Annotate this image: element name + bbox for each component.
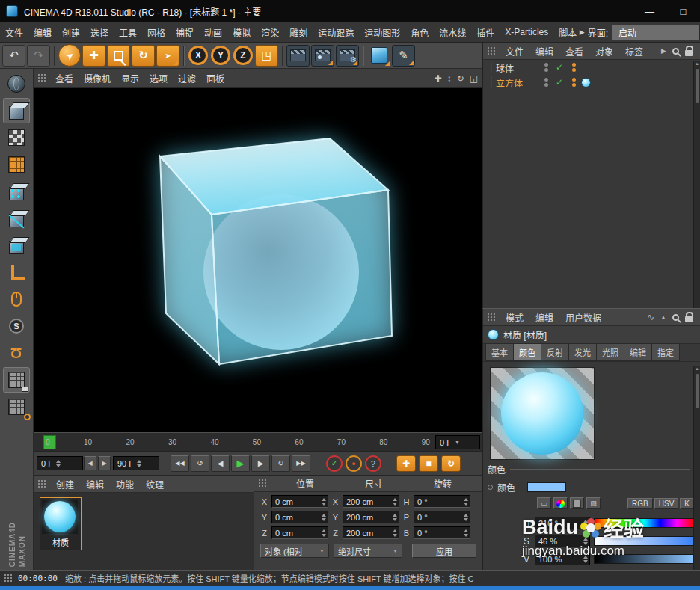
size-z-field[interactable]: 200 cm	[343, 526, 399, 539]
history-icon[interactable]: ∿	[647, 312, 654, 322]
menu-item[interactable]: 角色	[405, 26, 434, 39]
loop-button[interactable]: ↻	[271, 455, 290, 472]
menu-item[interactable]: 运动图形	[359, 26, 405, 39]
stepper-icon[interactable]	[322, 529, 326, 537]
tab-luminance[interactable]: 发光	[568, 343, 596, 361]
menu-item[interactable]: 运动跟踪	[313, 26, 359, 39]
keyframe-selection-button[interactable]: ?	[365, 455, 381, 472]
enabled-check-icon[interactable]: ✓	[553, 77, 566, 87]
menu-item[interactable]: 选择	[85, 26, 114, 39]
y-axis-lock-button[interactable]: Y	[211, 46, 230, 65]
pos-z-field[interactable]: 0 cm	[271, 526, 328, 539]
material-tag-icon[interactable]	[581, 78, 591, 87]
object-name[interactable]: 立方体	[496, 76, 539, 89]
last-tool-button[interactable]: ➤	[156, 45, 179, 67]
hue-field[interactable]: 210 °	[535, 517, 590, 529]
next-frame-button[interactable]: ▶	[251, 455, 270, 472]
stepper-icon[interactable]	[583, 538, 588, 545]
orbit-view-icon[interactable]: ↻	[457, 74, 464, 83]
current-frame-field[interactable]: 0 F ▼	[435, 435, 480, 449]
soft-selection-button[interactable]: S	[3, 313, 30, 339]
z-axis-lock-button[interactable]: Z	[233, 46, 253, 65]
object-menu-item[interactable]: 编辑	[529, 45, 559, 58]
tab-reflectance[interactable]: 反射	[541, 343, 568, 361]
menu-item[interactable]: 创建	[57, 26, 85, 39]
image-icon[interactable]: ▨	[586, 497, 601, 509]
viewport-menu-item[interactable]: 显示	[116, 72, 144, 84]
apply-button[interactable]: 应用	[412, 544, 476, 558]
rotate-tool-button[interactable]: ↻	[132, 45, 155, 67]
material-menu-item[interactable]: 编辑	[80, 478, 110, 491]
material-menu-item[interactable]: 纹理	[140, 478, 170, 491]
statusbar-grip[interactable]	[4, 574, 13, 583]
x-axis-lock-button[interactable]: X	[188, 46, 208, 65]
menu-item[interactable]: 雕刻	[284, 26, 313, 39]
menu-item[interactable]: 捕捉	[171, 26, 199, 39]
viewport-menu-item[interactable]: 查看	[50, 72, 79, 84]
title-bar[interactable]: CINEMA 4D R18.011 Studio (RC - R18) - [未…	[0, 0, 700, 22]
coordinate-system-button[interactable]: ◳	[255, 45, 278, 67]
add-primitive-button[interactable]	[367, 45, 390, 67]
stepper-icon[interactable]	[322, 498, 326, 506]
scroll-thumb[interactable]	[696, 69, 699, 103]
stepper-icon[interactable]	[464, 514, 468, 521]
rgb-mode-button[interactable]: RGB	[627, 498, 653, 509]
visibility-dots[interactable]	[539, 63, 553, 72]
menu-overflow-icon[interactable]: ▶	[661, 47, 666, 55]
live-selection-button[interactable]: ➤	[58, 44, 81, 67]
search-icon[interactable]	[672, 314, 679, 321]
hue-slider[interactable]	[594, 518, 694, 528]
object-manager-scrollbar[interactable]: ▲	[693, 61, 700, 308]
prev-frame-button[interactable]: ◀	[211, 455, 230, 472]
material-name[interactable]: 材质	[42, 534, 79, 548]
rot-h-field[interactable]: 0 °	[414, 495, 470, 508]
range-next-button[interactable]: ▶	[98, 456, 111, 470]
render-view-button[interactable]	[286, 45, 310, 67]
goto-end-button[interactable]: ▶▶	[292, 455, 310, 472]
stepper-icon[interactable]	[393, 514, 397, 521]
polygon-mode-button[interactable]	[3, 233, 30, 258]
menu-item[interactable]: 工具	[114, 26, 142, 39]
pos-y-field[interactable]: 0 cm	[271, 511, 328, 523]
stepper-icon[interactable]	[464, 498, 468, 506]
stepper-icon[interactable]	[393, 529, 397, 537]
spline-pen-button[interactable]: ✎	[392, 45, 415, 67]
keyframe-dot-icon[interactable]	[488, 485, 493, 490]
stepper-icon[interactable]	[56, 460, 61, 467]
toggle-view-icon[interactable]: ◱	[470, 74, 478, 83]
color-section-header[interactable]: 颜色	[488, 463, 690, 476]
play-button[interactable]: ▶	[231, 455, 250, 472]
object-menu-item[interactable]: 对象	[589, 45, 619, 58]
material-thumbnail[interactable]	[42, 500, 78, 534]
gray-swatch-icon[interactable]	[570, 497, 584, 509]
tab-editor[interactable]: 编辑	[624, 343, 651, 361]
menu-item[interactable]: 编辑	[28, 26, 57, 39]
key-rotation-button[interactable]: ↻	[441, 455, 461, 472]
attribute-menu-item[interactable]: 编辑	[529, 311, 559, 324]
key-position-button[interactable]: ✚	[396, 455, 416, 472]
object-row-sphere[interactable]: 球体 ✓	[483, 60, 700, 75]
stepper-icon[interactable]	[137, 460, 141, 467]
viewport-solo-button[interactable]	[3, 286, 30, 312]
enable-snap-button[interactable]: Ω	[3, 340, 30, 366]
object-row-cube[interactable]: 立方体 ✓	[483, 75, 700, 90]
maximize-button[interactable]: □	[666, 0, 700, 22]
size-mode-dropdown[interactable]: 绝对尺寸▼	[334, 544, 402, 558]
color-swatch[interactable]	[527, 482, 566, 492]
pos-x-field[interactable]: 0 cm	[271, 495, 328, 508]
size-y-field[interactable]: 200 cm	[343, 511, 399, 523]
zoom-view-icon[interactable]: ↕	[447, 74, 452, 83]
material-preview[interactable]	[490, 367, 595, 460]
viewport-menu-item[interactable]: 过滤	[173, 72, 201, 84]
saturation-slider[interactable]	[594, 536, 694, 546]
object-menu-item[interactable]: 查看	[559, 45, 589, 58]
undo-button[interactable]: ↶	[2, 45, 25, 67]
timeline-ruler[interactable]: 0102030405060708090 0 F ▼	[34, 432, 482, 452]
viewport-menu-item[interactable]: 摄像机	[79, 72, 116, 84]
panel-grip[interactable]	[37, 73, 46, 83]
saturation-field[interactable]: 46 %	[535, 535, 590, 547]
record-keyframe-button[interactable]: ✓	[326, 455, 343, 472]
menu-item[interactable]: 文件	[0, 26, 28, 39]
object-menu-item[interactable]: 标签	[619, 45, 649, 58]
tag-dots[interactable]	[566, 78, 581, 87]
